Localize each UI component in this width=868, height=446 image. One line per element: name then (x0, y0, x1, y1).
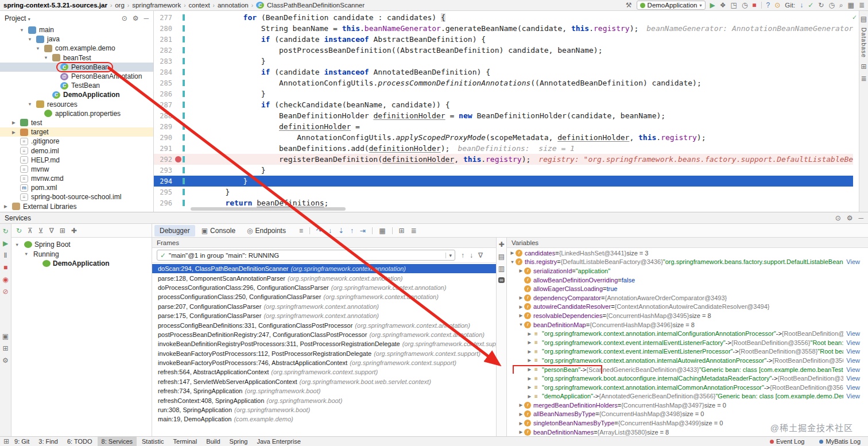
step-out-icon[interactable]: ↑ (350, 227, 354, 234)
statusbar-item-6-todo[interactable]: 6: TODO (63, 437, 96, 446)
float-mode-icon[interactable]: ⊙ (835, 215, 841, 222)
breakpoint-icon[interactable] (175, 156, 181, 162)
code-line-281[interactable]: 281if (candidate instanceof AbstractBean… (154, 34, 853, 45)
line-number[interactable]: 285 (154, 79, 175, 87)
expand-arrow-icon[interactable]: ▼ (518, 322, 524, 327)
pin-icon[interactable]: ⊙ (774, 2, 780, 9)
variable-row[interactable]: ▶≡"org.springframework.context.annotatio… (507, 356, 868, 365)
expand-arrow-icon[interactable]: ▶ (518, 421, 524, 426)
code-line-290[interactable]: 290AnnotationConfigUtils.applyScopedProx… (154, 132, 853, 143)
code-text[interactable]: return beanDefinitions; (189, 199, 853, 207)
code-text[interactable]: AnnotationConfigUtils.applyScopedProxyMo… (189, 133, 853, 142)
expand-arrow-icon[interactable]: ▶ (526, 394, 533, 399)
tree-item-help-md[interactable]: ≡HELP.md (0, 156, 153, 165)
view-link[interactable]: View (843, 366, 860, 373)
expand-arrow-icon[interactable]: ▼ (18, 28, 25, 33)
code-text[interactable]: if (checkCandidate(beanName, candidate))… (189, 100, 853, 109)
view-link[interactable]: View (843, 357, 860, 364)
tree-item-application-properties[interactable]: application.properties (0, 109, 153, 118)
stack-frame[interactable]: invokeBeanFactoryPostProcessors:112, Pos… (152, 349, 496, 358)
tree-item-personbeanannotation[interactable]: @PersonBeanAnnotation (0, 72, 153, 81)
database-tool-button[interactable]: Database (861, 28, 867, 58)
variable-row[interactable]: ▶≡"org.springframework.context.annotatio… (507, 383, 868, 392)
expand-arrow-icon[interactable]: ▶ (518, 412, 524, 417)
line-number[interactable]: 294 (154, 177, 175, 185)
code-text[interactable]: if (candidate instanceof AnnotatedBeanDe… (189, 68, 853, 76)
expand-arrow-icon[interactable]: ▶ (526, 385, 533, 390)
step-into-icon[interactable]: ↓ (328, 227, 332, 234)
services-tree-item-demoapplication[interactable]: DemoApplication (11, 259, 152, 269)
step-over-icon[interactable]: ↷ (316, 227, 322, 234)
run-to-cursor-icon[interactable]: ⇥ (360, 227, 366, 234)
project-settings-icon[interactable]: ⚙ (133, 15, 139, 22)
stack-frame[interactable]: invokeBeanFactoryPostProcessors:746, Abs… (152, 358, 496, 367)
profiler-icon[interactable]: ◷ (742, 2, 747, 9)
code-line-284[interactable]: 284if (candidate instanceof AnnotatedBea… (154, 67, 853, 77)
variable-row[interactable]: ▶≡"org.springframework.boot.autoconfigur… (507, 374, 868, 383)
code-text[interactable]: registerBeanDefinition(definitionHolder,… (189, 155, 853, 164)
code-line-294[interactable]: 294} (154, 176, 853, 187)
next-frame-icon[interactable]: ↓ (470, 252, 473, 259)
line-number[interactable]: 288 (154, 112, 175, 120)
code-area[interactable]: 277for (BeanDefinition candidate : candi… (154, 12, 853, 208)
code-line-288[interactable]: 288BeanDefinitionHolder definitionHolder… (154, 110, 853, 121)
expand-arrow-icon[interactable]: ▶ (526, 376, 533, 381)
expand-arrow-icon[interactable]: ▶ (518, 402, 524, 408)
stack-frame[interactable]: parse:128, ComponentScanAnnotationParser… (152, 273, 496, 282)
tree-item-beantest[interactable]: ▼beanTest (0, 53, 153, 63)
variable-row[interactable]: ▶fmergedBeanDefinitionHolders = {Concurr… (507, 401, 868, 410)
history-icon[interactable]: ↻ (818, 2, 824, 9)
variable-row[interactable]: ▶fserializationId = "application" (507, 266, 868, 276)
variable-row[interactable]: ▶≡"org.springframework.context.event.int… (507, 338, 868, 347)
tree-item-external-libraries[interactable]: ▶External Libraries (0, 202, 153, 211)
line-number[interactable]: 293 (154, 166, 175, 174)
tree-item-spring-boot-source-school-iml[interactable]: ≡spring-boot-source-school.iml (0, 192, 153, 201)
statusbar-item-3-find[interactable]: 3: Find (34, 437, 62, 446)
variable-row[interactable]: ▶fdependencyComparator = {AnnotationAwar… (507, 293, 868, 302)
view-link[interactable]: View (843, 393, 860, 400)
code-text[interactable]: BeanDefinitionHolder definitionHolder = … (189, 111, 853, 120)
code-line-289[interactable]: 289definitionHolder = (154, 121, 853, 132)
search-icon[interactable]: ⌕ (839, 2, 843, 9)
services-tree-item-spring-boot[interactable]: ▼Spring Boot (11, 240, 152, 250)
tab-debugger[interactable]: Debugger (154, 225, 195, 236)
breadcrumb-item[interactable]: ClassPathBeanDefinitionScanner (267, 2, 365, 9)
code-text[interactable]: for (BeanDefinition candidate : candidat… (189, 13, 853, 22)
variable-row[interactable]: ▼fbeanDefinitionMap = {ConcurrentHashMap… (507, 320, 868, 329)
expand-arrow-icon[interactable]: ▼ (24, 251, 31, 257)
line-number[interactable]: 284 (154, 68, 175, 76)
view-link[interactable]: View (843, 384, 860, 391)
statusbar-item-java-enterprise[interactable]: Java Enterprise (253, 437, 304, 446)
debugger-settings-icon[interactable]: ⚙ (2, 357, 9, 364)
statusbar-item-9-git[interactable]: 9: Git (10, 437, 33, 446)
watch-view-icon[interactable]: ▤ (498, 253, 505, 260)
code-text[interactable]: definitionHolder = (189, 122, 853, 131)
line-number[interactable]: 289 (154, 123, 175, 131)
line-number[interactable]: 277 (154, 14, 175, 22)
line-number[interactable]: 287 (154, 101, 175, 109)
line-number[interactable]: 281 (154, 36, 175, 44)
view-link[interactable]: View (843, 330, 860, 337)
hide-panel-icon[interactable]: ─ (144, 15, 149, 22)
expand-arrow-icon[interactable]: ▶ (509, 250, 516, 255)
code-line-282[interactable]: 282postProcessBeanDefinition((AbstractBe… (154, 45, 853, 56)
layout-icon[interactable]: ▦ (848, 2, 854, 9)
tree-item--gitignore[interactable]: ≡.gitignore (0, 137, 153, 146)
tool-windows-icon[interactable]: ⊞ (3, 438, 9, 445)
line-number[interactable]: 292 (154, 156, 175, 164)
variable-row[interactable]: ▼fthis.registry = {DefaultListableBeanFa… (507, 258, 868, 267)
tree-item-personbean[interactable]: CPersonBean (0, 63, 153, 72)
clock-icon[interactable]: ◷ (828, 2, 834, 9)
tab-endpoints[interactable]: ◎Endpoints (242, 225, 291, 236)
statusbar-item-spring[interactable]: Spring (226, 437, 252, 446)
code-line-295[interactable]: 295} (154, 187, 853, 197)
mute-breakpoints-icon[interactable]: ⊘ (2, 288, 8, 295)
expand-arrow-icon[interactable]: ▶ (518, 268, 524, 273)
stack-frame[interactable]: invokeBeanDefinitionRegistryPostProcesso… (152, 339, 496, 348)
git-update-icon[interactable]: ↓ (800, 2, 803, 9)
code-line-287[interactable]: 287if (checkCandidate(beanName, candidat… (154, 99, 853, 110)
tree-item-target[interactable]: ▶target (0, 127, 153, 137)
help-icon[interactable]: ? (766, 2, 770, 9)
expand-arrow-icon[interactable]: ▶ (526, 367, 533, 372)
hide-services-icon[interactable]: ─ (858, 215, 863, 222)
